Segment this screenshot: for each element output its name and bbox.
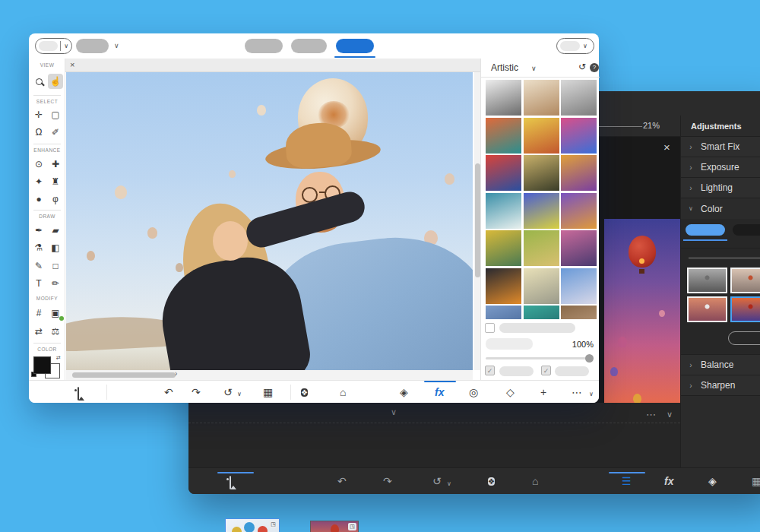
thumb-landscape-painting[interactable] xyxy=(524,230,559,266)
thumb-mona-lisa[interactable] xyxy=(524,155,559,191)
opacity-slider[interactable] xyxy=(486,357,594,359)
bin-thumbnail-balloon-festival[interactable]: ◳ xyxy=(310,521,359,532)
thumb-teal-strip[interactable] xyxy=(524,306,559,319)
close-icon[interactable]: × xyxy=(663,141,670,154)
photo-bin-icon[interactable] xyxy=(78,388,79,400)
adjustment-balance[interactable]: › Balance xyxy=(681,355,760,375)
more-icon[interactable]: ⋯ xyxy=(572,386,582,398)
crop-tool-icon[interactable]: # xyxy=(31,306,46,321)
thumb-gauguin-painting[interactable] xyxy=(524,118,559,154)
home-icon[interactable]: ⌂ xyxy=(532,475,538,487)
fx-icon[interactable]: fx xyxy=(664,475,673,487)
chevron-down-icon[interactable]: ∨ xyxy=(447,478,451,490)
option-checkbox[interactable] xyxy=(485,323,495,333)
color-auto-button[interactable] xyxy=(686,224,725,236)
adjustment-exposure[interactable]: › Exposure xyxy=(681,157,760,178)
redo-icon[interactable]: ↷ xyxy=(383,475,392,487)
hand-tool-icon[interactable]: ☝ xyxy=(48,74,63,89)
thumb-abstract-figures[interactable] xyxy=(486,118,521,154)
eraser-tool-icon[interactable]: ▰ xyxy=(48,223,63,238)
grid-icon[interactable]: ▦ xyxy=(752,475,760,487)
thumb-dark-orange-abstract[interactable] xyxy=(486,268,521,304)
color-intensity-slider[interactable] xyxy=(689,258,760,258)
variant-light-warm[interactable] xyxy=(730,268,760,293)
chevron-down-icon[interactable]: ∨ xyxy=(237,388,242,401)
tool-options-pill[interactable] xyxy=(76,39,109,53)
variant-vivid-selected[interactable] xyxy=(730,296,760,322)
straighten-tool-icon[interactable]: ⚖ xyxy=(48,324,63,339)
mode-tab-expert-active[interactable] xyxy=(336,39,374,53)
photo-bin-icon[interactable] xyxy=(230,477,231,489)
bin-thumbnail-ski-group[interactable]: ◳ xyxy=(225,518,280,532)
plus-icon[interactable]: + xyxy=(540,386,546,398)
zoom-tool-icon[interactable] xyxy=(31,74,46,89)
thumb-brown-strip[interactable] xyxy=(561,306,597,319)
thumb-cubist-art[interactable] xyxy=(486,155,521,191)
thumb-sepia-taj-mahal[interactable] xyxy=(524,80,559,116)
thumb-starry-abstract[interactable] xyxy=(524,193,559,229)
effects-category-dropdown[interactable]: Artistic xyxy=(491,62,518,73)
thumb-purple-orange-art[interactable] xyxy=(561,193,597,229)
close-tab-icon[interactable]: × xyxy=(70,60,74,69)
reset-icon[interactable]: ↺ xyxy=(578,62,586,72)
variant-grayscale[interactable] xyxy=(687,268,727,293)
toggle-checkbox-2[interactable]: ✓ xyxy=(541,366,551,375)
red-eye-tool-icon[interactable]: ⊙ xyxy=(31,157,46,172)
adjustment-sharpen[interactable]: › Sharpen xyxy=(681,375,760,396)
color-secondary-button[interactable] xyxy=(733,224,760,236)
pencil-tool-icon[interactable]: ✏ xyxy=(48,276,63,291)
chevron-down-icon[interactable]: ∨ xyxy=(391,407,397,417)
mode-tab-quick[interactable] xyxy=(245,39,283,53)
main-photo-canvas[interactable] xyxy=(66,72,473,370)
marquee-tool-icon[interactable]: ▢ xyxy=(48,107,63,122)
layout-grid-icon[interactable]: ▦ xyxy=(263,386,273,398)
adjustment-lighting[interactable]: › Lighting xyxy=(681,178,760,198)
thumb-bw-city-sketch[interactable] xyxy=(561,80,597,116)
chevron-right-icon[interactable]: › xyxy=(175,369,177,378)
zoom-level-dropdown[interactable]: ∨ xyxy=(35,38,72,54)
rotate-icon[interactable]: ↺ xyxy=(223,386,233,398)
color-swatches[interactable]: ⇄ xyxy=(29,356,65,379)
effects-filter-icon[interactable]: ◎ xyxy=(469,386,478,398)
thumb-fauvist-face[interactable] xyxy=(561,118,597,154)
content-aware-move-tool-icon[interactable]: ⇄ xyxy=(31,324,46,339)
brush-tool-icon[interactable]: ✒ xyxy=(31,223,46,238)
undo-icon[interactable]: ↶ xyxy=(337,475,347,487)
move-tool-icon[interactable]: ✛ xyxy=(31,107,46,122)
adjustments-sliders-icon[interactable]: ☰ xyxy=(622,475,632,487)
layers-icon[interactable]: ◈ xyxy=(400,386,408,398)
clone-stamp-tool-icon[interactable]: ♜ xyxy=(48,174,63,189)
adjustment-smart-fix[interactable]: › Smart Fix xyxy=(681,137,760,157)
thumb-mosaic-face[interactable] xyxy=(561,155,597,191)
layers-icon[interactable]: ◈ xyxy=(708,475,717,487)
foreground-color-swatch[interactable] xyxy=(33,356,51,374)
thumb-pale-painting[interactable] xyxy=(524,268,559,304)
organizer-icon[interactable]: ❖ xyxy=(301,385,308,400)
help-icon[interactable]: ? xyxy=(590,63,599,72)
thumb-blue-paint[interactable] xyxy=(486,306,521,319)
more-icon[interactable]: ⋯ xyxy=(646,409,656,420)
open-dropdown[interactable]: ∨ xyxy=(556,38,594,54)
guided-edit-icon[interactable]: ◇ xyxy=(506,386,515,398)
variant-warm-overlay[interactable] xyxy=(687,296,727,322)
smart-brush-tool-icon[interactable]: ✦ xyxy=(31,174,46,189)
spot-healing-tool-icon[interactable]: ✚ xyxy=(48,157,63,172)
thumb-van-gogh-portrait[interactable] xyxy=(486,230,521,266)
lasso-tool-icon[interactable]: Ω xyxy=(31,125,46,140)
chevron-down-icon[interactable]: ∨ xyxy=(531,65,537,72)
thumb-bw-portrait[interactable] xyxy=(486,80,521,116)
organizer-icon[interactable]: ❖ xyxy=(488,474,495,489)
mode-tab-guided[interactable] xyxy=(291,39,327,53)
blur-tool-icon[interactable]: ● xyxy=(31,192,46,207)
toggle-checkbox-1[interactable]: ✓ xyxy=(485,366,495,375)
home-icon[interactable]: ⌂ xyxy=(340,386,346,398)
dodge-tool-icon[interactable]: φ xyxy=(48,192,63,207)
eyedropper-tool-icon[interactable]: ✎ xyxy=(31,258,46,274)
thumb-great-wave[interactable] xyxy=(486,193,521,229)
redo-icon[interactable]: ↷ xyxy=(192,386,201,398)
fx-icon[interactable]: fx xyxy=(435,386,444,398)
shape-tool-icon[interactable]: □ xyxy=(48,258,63,274)
quick-selection-tool-icon[interactable]: ✐ xyxy=(48,125,63,140)
thumb-blue-pastel[interactable] xyxy=(561,268,597,304)
color-reset-button[interactable] xyxy=(728,331,760,345)
